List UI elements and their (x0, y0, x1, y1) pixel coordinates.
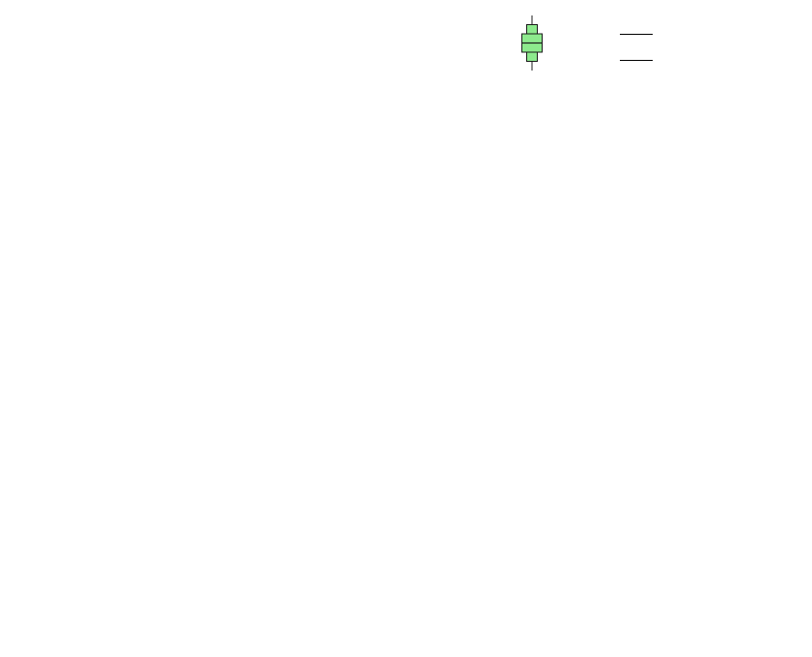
meteogram-figure (0, 0, 812, 657)
meteogram-chart (0, 0, 812, 657)
